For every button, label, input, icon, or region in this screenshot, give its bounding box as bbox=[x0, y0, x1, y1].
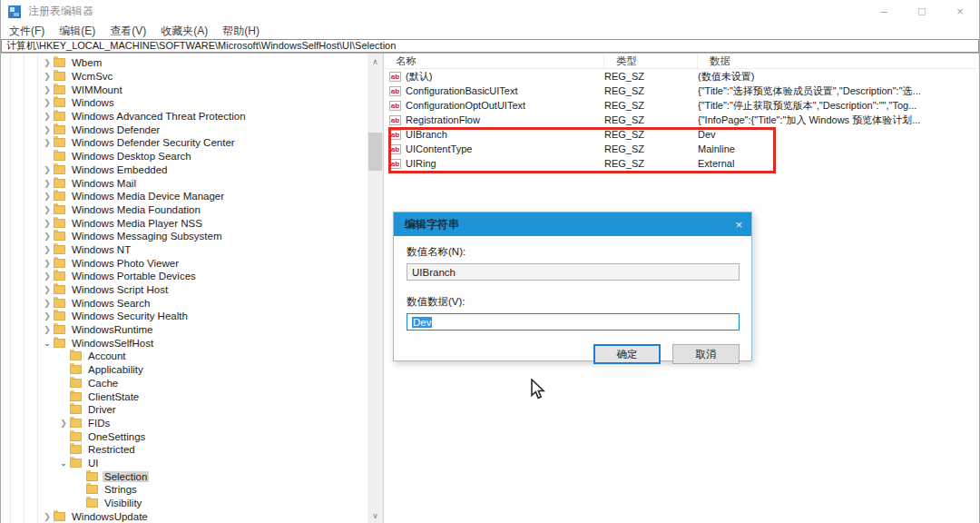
chevron-down-icon[interactable]: ⌄ bbox=[57, 459, 70, 468]
value-data: {"InfoPage":{"Title":"加入 Windows 预览体验计划.… bbox=[698, 113, 979, 127]
scroll-up-arrow-icon[interactable]: ∧ bbox=[368, 54, 383, 69]
tree-item-wbem[interactable]: ❯Wbem bbox=[1, 56, 368, 70]
tree-item-windows-media-device-manager[interactable]: ❯Windows Media Device Manager bbox=[1, 190, 368, 203]
tree-item-ui[interactable]: ⌄UI bbox=[1, 457, 368, 470]
chevron-right-icon[interactable]: ❯ bbox=[41, 299, 54, 308]
tree-item-windows-portable-devices[interactable]: ❯Windows Portable Devices bbox=[1, 270, 368, 283]
tree-item-cache[interactable]: Cache bbox=[1, 377, 368, 390]
registry-value-row[interactable]: abConfigurationOptOutUITextREG_SZ{"Title… bbox=[384, 98, 979, 113]
chevron-right-icon[interactable]: ❯ bbox=[41, 271, 54, 281]
chevron-right-icon[interactable]: ❯ bbox=[41, 325, 54, 334]
tree-item-onesettings[interactable]: OneSettings bbox=[1, 429, 368, 443]
tree-item-driver[interactable]: Driver bbox=[1, 403, 368, 417]
value-name: ConfigurationBasicUIText bbox=[406, 85, 518, 96]
tree-item-windows-photo-viewer[interactable]: ❯Windows Photo Viewer bbox=[1, 256, 368, 270]
tree-item-windows-media-player-nss[interactable]: ❯Windows Media Player NSS bbox=[1, 216, 368, 230]
minimize-button[interactable]: – bbox=[865, 0, 903, 23]
chevron-right-icon[interactable]: ❯ bbox=[41, 512, 54, 521]
chevron-right-icon[interactable]: ❯ bbox=[41, 232, 54, 241]
folder-icon bbox=[54, 58, 65, 67]
registry-value-row[interactable]: abUIBranchREG_SZDev bbox=[384, 127, 979, 142]
tree-item-label: Windows NT bbox=[70, 244, 132, 255]
chevron-right-icon[interactable]: ❯ bbox=[41, 112, 54, 121]
chevron-right-icon[interactable]: ❯ bbox=[41, 138, 54, 147]
tree-item-visibility[interactable]: Visibility bbox=[1, 497, 368, 510]
tree-scrollbar[interactable]: ∧ ∨ bbox=[368, 54, 383, 523]
tree-item-wimmount[interactable]: ❯WIMMount bbox=[1, 83, 368, 96]
dialog-close-icon[interactable]: × bbox=[735, 218, 742, 232]
title-bar: 注册表编辑器 – □ × bbox=[1, 0, 979, 23]
tree-item-selection[interactable]: Selection bbox=[1, 469, 368, 483]
tree-item-windows-desktop-search[interactable]: Windows Desktop Search bbox=[1, 150, 368, 163]
chevron-right-icon[interactable]: ❯ bbox=[41, 205, 54, 214]
scrollbar-thumb[interactable] bbox=[368, 133, 382, 171]
chevron-down-icon[interactable]: ⌄ bbox=[41, 339, 54, 348]
dialog-title: 编辑字符串 bbox=[405, 217, 459, 232]
registry-value-row[interactable]: abRegistrationFlowREG_SZ{"InfoPage":{"Ti… bbox=[384, 113, 979, 127]
menu-item-2[interactable]: 查看(V) bbox=[103, 24, 153, 39]
menu-item-0[interactable]: 文件(F) bbox=[2, 24, 52, 39]
tree-item-windowsselfhost[interactable]: ⌄WindowsSelfHost bbox=[1, 336, 368, 350]
chevron-right-icon[interactable]: ❯ bbox=[41, 165, 54, 174]
column-header-type[interactable]: 类型 bbox=[604, 54, 698, 68]
tree-item-windows-media-foundation[interactable]: ❯Windows Media Foundation bbox=[1, 203, 368, 217]
value-type: REG_SZ bbox=[604, 143, 698, 154]
registry-value-row[interactable]: abConfigurationBasicUITextREG_SZ{"Title"… bbox=[384, 84, 979, 98]
value-data-field[interactable]: Dev bbox=[407, 313, 740, 331]
address-bar[interactable]: 计算机\HKEY_LOCAL_MACHINE\SOFTWARE\Microsof… bbox=[1, 39, 979, 53]
tree-item-windowsruntime[interactable]: ❯WindowsRuntime bbox=[1, 323, 368, 337]
tree-item-label: Windows Media Player NSS bbox=[70, 218, 204, 229]
column-header-data[interactable]: 数据 bbox=[698, 54, 979, 68]
tree-item-windows-search[interactable]: ❯Windows Search bbox=[1, 296, 368, 310]
tree-item-restricted[interactable]: Restricted bbox=[1, 443, 368, 457]
chevron-right-icon[interactable]: ❯ bbox=[41, 245, 54, 254]
tree-item-windows-defender[interactable]: ❯Windows Defender bbox=[1, 123, 368, 136]
chevron-right-icon[interactable]: ❯ bbox=[41, 285, 54, 294]
chevron-right-icon[interactable]: ❯ bbox=[41, 259, 54, 268]
tree-item-windows-defender-security-center[interactable]: ❯Windows Defender Security Center bbox=[1, 136, 368, 150]
tree-item-applicability[interactable]: Applicability bbox=[1, 363, 368, 377]
folder-icon bbox=[54, 165, 65, 174]
tree-item-fids[interactable]: ❯FIDs bbox=[1, 417, 368, 430]
chevron-right-icon[interactable]: ❯ bbox=[57, 419, 70, 428]
menu-item-3[interactable]: 收藏夹(A) bbox=[153, 24, 215, 39]
folder-icon bbox=[86, 498, 98, 508]
chevron-right-icon[interactable]: ❯ bbox=[41, 98, 54, 107]
chevron-right-icon[interactable]: ❯ bbox=[41, 58, 54, 67]
chevron-right-icon[interactable]: ❯ bbox=[41, 179, 54, 188]
value-name-cell: abRegistrationFlow bbox=[384, 114, 604, 125]
value-data: {"Title":"停止获取预览版本","Description":"","To… bbox=[698, 99, 979, 113]
maximize-button[interactable]: □ bbox=[903, 0, 941, 23]
chevron-right-icon[interactable]: ❯ bbox=[41, 72, 54, 81]
tree-item-account[interactable]: Account bbox=[1, 350, 368, 363]
chevron-right-icon[interactable]: ❯ bbox=[41, 85, 54, 94]
tree-item-windows-messaging-subsystem[interactable]: ❯Windows Messaging Subsystem bbox=[1, 230, 368, 243]
tree-item-windowsupdate[interactable]: ❯WindowsUpdate bbox=[1, 509, 368, 523]
tree-item-strings[interactable]: Strings bbox=[1, 483, 368, 497]
tree-item-windows-script-host[interactable]: ❯Windows Script Host bbox=[1, 283, 368, 297]
registry-value-row[interactable]: abUIContentTypeREG_SZMainline bbox=[384, 142, 979, 156]
registry-value-row[interactable]: abUIRingREG_SZExternal bbox=[384, 156, 979, 171]
chevron-right-icon[interactable]: ❯ bbox=[41, 125, 54, 134]
tree-item-windows-nt[interactable]: ❯Windows NT bbox=[1, 243, 368, 257]
chevron-right-icon[interactable]: ❯ bbox=[41, 192, 54, 201]
chevron-right-icon[interactable]: ❯ bbox=[41, 311, 54, 321]
registry-value-row[interactable]: ab(默认)REG_SZ(数值未设置) bbox=[384, 69, 979, 84]
ok-button[interactable]: 确定 bbox=[593, 344, 661, 364]
tree-item-windows-embedded[interactable]: ❯Windows Embedded bbox=[1, 163, 368, 177]
tree-item-windows-mail[interactable]: ❯Windows Mail bbox=[1, 176, 368, 190]
column-header-name[interactable]: 名称 bbox=[384, 54, 604, 68]
tree-item-label: Driver bbox=[86, 404, 118, 415]
close-button[interactable]: × bbox=[941, 0, 979, 23]
tree-item-windows-security-health[interactable]: ❯Windows Security Health bbox=[1, 310, 368, 323]
menu-item-1[interactable]: 编辑(E) bbox=[52, 24, 103, 39]
tree-item-windows-advanced-threat-protection[interactable]: ❯Windows Advanced Threat Protection bbox=[1, 110, 368, 123]
chevron-right-icon[interactable]: ❯ bbox=[41, 219, 54, 228]
tree-item-clientstate[interactable]: ClientState bbox=[1, 390, 368, 403]
tree-item-label: WindowsUpdate bbox=[70, 511, 150, 522]
scroll-down-arrow-icon[interactable]: ∨ bbox=[368, 508, 383, 523]
tree-item-wcmsvc[interactable]: ❯WcmSvc bbox=[1, 70, 368, 84]
tree-item-windows[interactable]: ❯Windows bbox=[1, 96, 368, 110]
cancel-button[interactable]: 取消 bbox=[672, 344, 740, 364]
menu-item-4[interactable]: 帮助(H) bbox=[215, 24, 267, 39]
